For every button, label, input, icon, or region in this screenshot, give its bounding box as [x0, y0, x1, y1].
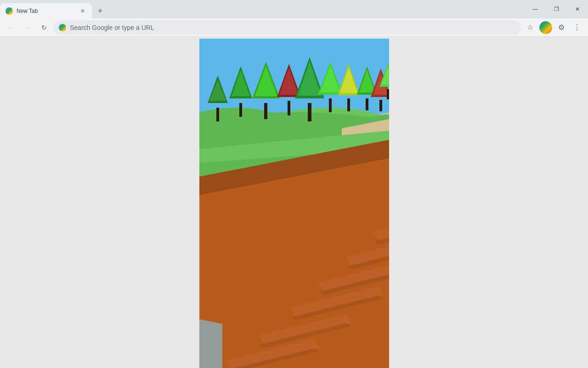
toolbar-right: ☆ ⚙ ⋮	[523, 20, 584, 35]
reload-button[interactable]: ↻	[37, 20, 51, 35]
svg-rect-8	[216, 108, 219, 121]
title-bar: New Tab ✕ + — ❐ ✕	[0, 0, 588, 18]
window-controls: — ❐ ✕	[525, 0, 588, 18]
svg-rect-32	[379, 100, 382, 111]
tab-favicon	[6, 7, 13, 15]
minimize-button[interactable]: —	[525, 0, 546, 18]
svg-rect-14	[264, 103, 267, 119]
back-button[interactable]: ←	[4, 20, 18, 35]
close-button[interactable]: ✕	[567, 0, 588, 18]
tab-title: New Tab	[17, 8, 75, 14]
toolbar: ← → ↻ Search Google or type a URL ☆ ⚙	[0, 18, 588, 37]
address-text: Search Google or type a URL	[70, 24, 515, 31]
svg-rect-35	[387, 89, 389, 99]
forward-button[interactable]: →	[20, 20, 35, 35]
svg-rect-11	[239, 103, 242, 117]
svg-rect-20	[308, 103, 311, 121]
browser-window: New Tab ✕ + — ❐ ✕ ← → ↻	[0, 0, 588, 368]
avatar-image	[539, 21, 552, 34]
active-tab[interactable]: New Tab ✕	[0, 3, 92, 18]
svg-rect-26	[347, 98, 350, 111]
address-bar[interactable]: Search Google or type a URL	[53, 20, 521, 35]
restore-button[interactable]: ❐	[546, 0, 567, 18]
profile-avatar	[539, 21, 552, 34]
svg-rect-29	[366, 98, 368, 110]
tab-close-button[interactable]: ✕	[79, 7, 86, 15]
page-content	[0, 37, 588, 368]
tab-strip: New Tab ✕ +	[0, 0, 107, 18]
svg-marker-84	[199, 319, 222, 368]
menu-button[interactable]: ⋮	[570, 20, 584, 35]
svg-rect-17	[288, 101, 290, 115]
svg-rect-23	[329, 98, 332, 112]
google-logo-icon	[59, 24, 66, 31]
game-viewport	[199, 39, 389, 368]
bookmark-button[interactable]: ☆	[523, 20, 537, 35]
game-scene	[199, 39, 389, 368]
extensions-button[interactable]: ⚙	[554, 20, 569, 35]
new-tab-button[interactable]: +	[94, 5, 107, 17]
profile-button[interactable]	[538, 20, 553, 35]
